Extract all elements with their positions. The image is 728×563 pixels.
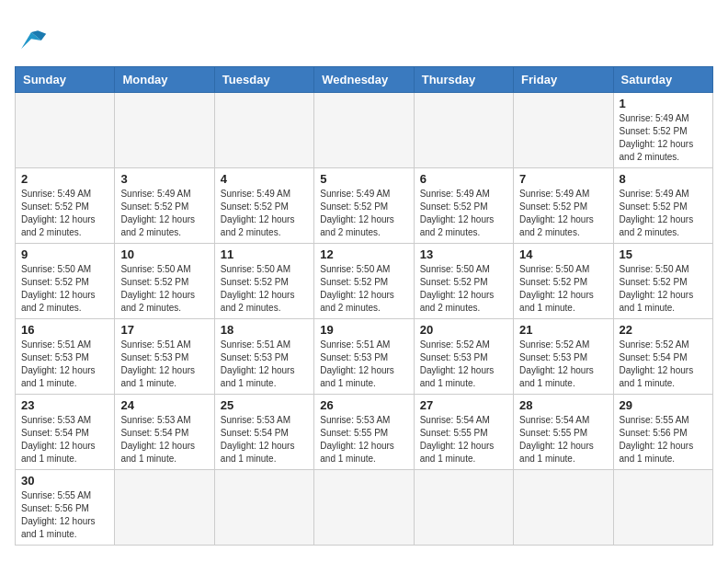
day-cell: 9Sunrise: 5:50 AM Sunset: 5:52 PM Daylig… bbox=[16, 244, 115, 319]
day-number: 29 bbox=[620, 398, 707, 412]
day-cell: 12Sunrise: 5:50 AM Sunset: 5:52 PM Dayli… bbox=[314, 244, 414, 319]
day-info: Sunrise: 5:50 AM Sunset: 5:52 PM Dayligh… bbox=[420, 263, 507, 315]
header-friday: Friday bbox=[514, 67, 613, 93]
day-cell bbox=[314, 93, 414, 168]
day-cell bbox=[214, 93, 313, 168]
day-number: 17 bbox=[120, 323, 208, 337]
day-cell: 20Sunrise: 5:52 AM Sunset: 5:53 PM Dayli… bbox=[414, 319, 513, 395]
day-number: 21 bbox=[519, 323, 607, 337]
day-info: Sunrise: 5:52 AM Sunset: 5:54 PM Dayligh… bbox=[620, 339, 707, 390]
day-number: 7 bbox=[519, 172, 607, 186]
day-cell bbox=[514, 470, 613, 546]
day-info: Sunrise: 5:49 AM Sunset: 5:52 PM Dayligh… bbox=[519, 188, 607, 239]
day-number: 26 bbox=[320, 398, 407, 412]
day-info: Sunrise: 5:55 AM Sunset: 5:56 PM Dayligh… bbox=[21, 489, 108, 541]
day-info: Sunrise: 5:50 AM Sunset: 5:52 PM Dayligh… bbox=[620, 263, 707, 315]
day-info: Sunrise: 5:51 AM Sunset: 5:53 PM Dayligh… bbox=[120, 339, 208, 390]
header-tuesday: Tuesday bbox=[214, 67, 313, 93]
day-number: 5 bbox=[320, 172, 407, 186]
day-info: Sunrise: 5:50 AM Sunset: 5:52 PM Dayligh… bbox=[519, 263, 607, 315]
day-cell: 8Sunrise: 5:49 AM Sunset: 5:52 PM Daylig… bbox=[613, 168, 712, 244]
day-number: 3 bbox=[120, 172, 208, 186]
day-info: Sunrise: 5:50 AM Sunset: 5:52 PM Dayligh… bbox=[320, 263, 407, 315]
day-headers: SundayMondayTuesdayWednesdayThursdayFrid… bbox=[16, 67, 713, 93]
day-cell bbox=[115, 470, 214, 546]
day-cell: 25Sunrise: 5:53 AM Sunset: 5:54 PM Dayli… bbox=[214, 395, 313, 470]
day-cell: 17Sunrise: 5:51 AM Sunset: 5:53 PM Dayli… bbox=[115, 319, 214, 395]
day-info: Sunrise: 5:49 AM Sunset: 5:52 PM Dayligh… bbox=[221, 188, 308, 239]
day-cell: 5Sunrise: 5:49 AM Sunset: 5:52 PM Daylig… bbox=[314, 168, 414, 244]
day-cell bbox=[414, 93, 513, 168]
day-cell: 21Sunrise: 5:52 AM Sunset: 5:53 PM Dayli… bbox=[514, 319, 613, 395]
day-number: 14 bbox=[519, 247, 607, 261]
day-info: Sunrise: 5:53 AM Sunset: 5:54 PM Dayligh… bbox=[21, 414, 108, 465]
day-cell: 29Sunrise: 5:55 AM Sunset: 5:56 PM Dayli… bbox=[613, 395, 712, 470]
day-cell: 19Sunrise: 5:51 AM Sunset: 5:53 PM Dayli… bbox=[314, 319, 414, 395]
day-info: Sunrise: 5:51 AM Sunset: 5:53 PM Dayligh… bbox=[221, 339, 308, 390]
day-cell bbox=[16, 93, 115, 168]
day-info: Sunrise: 5:52 AM Sunset: 5:53 PM Dayligh… bbox=[420, 339, 507, 390]
header-wednesday: Wednesday bbox=[314, 67, 414, 93]
day-number: 22 bbox=[620, 323, 707, 337]
day-cell: 23Sunrise: 5:53 AM Sunset: 5:54 PM Dayli… bbox=[16, 395, 115, 470]
day-info: Sunrise: 5:53 AM Sunset: 5:54 PM Dayligh… bbox=[221, 414, 308, 465]
day-cell bbox=[514, 93, 613, 168]
day-info: Sunrise: 5:52 AM Sunset: 5:53 PM Dayligh… bbox=[519, 339, 607, 390]
header bbox=[15, 15, 713, 57]
day-number: 12 bbox=[320, 247, 407, 261]
week-row-1: 2Sunrise: 5:49 AM Sunset: 5:52 PM Daylig… bbox=[16, 168, 713, 244]
day-cell bbox=[214, 470, 313, 546]
day-number: 27 bbox=[420, 398, 507, 412]
day-info: Sunrise: 5:53 AM Sunset: 5:55 PM Dayligh… bbox=[320, 414, 407, 465]
week-row-2: 9Sunrise: 5:50 AM Sunset: 5:52 PM Daylig… bbox=[16, 244, 713, 319]
header-saturday: Saturday bbox=[613, 67, 712, 93]
week-row-3: 16Sunrise: 5:51 AM Sunset: 5:53 PM Dayli… bbox=[16, 319, 713, 395]
day-info: Sunrise: 5:50 AM Sunset: 5:52 PM Dayligh… bbox=[120, 263, 208, 315]
logo-bird-icon bbox=[15, 24, 48, 57]
day-info: Sunrise: 5:53 AM Sunset: 5:54 PM Dayligh… bbox=[120, 414, 208, 465]
week-row-4: 23Sunrise: 5:53 AM Sunset: 5:54 PM Dayli… bbox=[16, 395, 713, 470]
day-number: 10 bbox=[120, 247, 208, 261]
week-row-0: 1Sunrise: 5:49 AM Sunset: 5:52 PM Daylig… bbox=[16, 93, 713, 168]
day-cell: 2Sunrise: 5:49 AM Sunset: 5:52 PM Daylig… bbox=[16, 168, 115, 244]
day-cell: 4Sunrise: 5:49 AM Sunset: 5:52 PM Daylig… bbox=[214, 168, 313, 244]
day-number: 1 bbox=[620, 97, 707, 110]
day-info: Sunrise: 5:49 AM Sunset: 5:52 PM Dayligh… bbox=[420, 188, 507, 239]
day-number: 19 bbox=[320, 323, 407, 337]
day-info: Sunrise: 5:51 AM Sunset: 5:53 PM Dayligh… bbox=[21, 339, 108, 390]
day-cell bbox=[414, 470, 513, 546]
day-number: 18 bbox=[221, 323, 308, 337]
day-info: Sunrise: 5:49 AM Sunset: 5:52 PM Dayligh… bbox=[120, 188, 208, 239]
day-info: Sunrise: 5:49 AM Sunset: 5:52 PM Dayligh… bbox=[21, 188, 108, 239]
day-info: Sunrise: 5:50 AM Sunset: 5:52 PM Dayligh… bbox=[221, 263, 308, 315]
day-cell: 24Sunrise: 5:53 AM Sunset: 5:54 PM Dayli… bbox=[115, 395, 214, 470]
day-cell: 16Sunrise: 5:51 AM Sunset: 5:53 PM Dayli… bbox=[16, 319, 115, 395]
day-info: Sunrise: 5:55 AM Sunset: 5:56 PM Dayligh… bbox=[620, 414, 707, 465]
day-info: Sunrise: 5:49 AM Sunset: 5:52 PM Dayligh… bbox=[620, 112, 707, 164]
calendar: SundayMondayTuesdayWednesdayThursdayFrid… bbox=[15, 66, 713, 546]
day-cell: 30Sunrise: 5:55 AM Sunset: 5:56 PM Dayli… bbox=[16, 470, 115, 546]
day-number: 8 bbox=[620, 172, 707, 186]
week-row-5: 30Sunrise: 5:55 AM Sunset: 5:56 PM Dayli… bbox=[16, 470, 713, 546]
day-number: 20 bbox=[420, 323, 507, 337]
day-cell bbox=[314, 470, 414, 546]
day-cell: 7Sunrise: 5:49 AM Sunset: 5:52 PM Daylig… bbox=[514, 168, 613, 244]
day-number: 24 bbox=[120, 398, 208, 412]
day-info: Sunrise: 5:51 AM Sunset: 5:53 PM Dayligh… bbox=[320, 339, 407, 390]
day-number: 16 bbox=[21, 323, 108, 337]
header-thursday: Thursday bbox=[414, 67, 513, 93]
day-cell: 28Sunrise: 5:54 AM Sunset: 5:55 PM Dayli… bbox=[514, 395, 613, 470]
day-cell: 15Sunrise: 5:50 AM Sunset: 5:52 PM Dayli… bbox=[613, 244, 712, 319]
day-cell: 1Sunrise: 5:49 AM Sunset: 5:52 PM Daylig… bbox=[613, 93, 712, 168]
day-info: Sunrise: 5:49 AM Sunset: 5:52 PM Dayligh… bbox=[620, 188, 707, 239]
day-number: 4 bbox=[221, 172, 308, 186]
day-number: 15 bbox=[620, 247, 707, 261]
day-number: 28 bbox=[519, 398, 607, 412]
day-cell: 26Sunrise: 5:53 AM Sunset: 5:55 PM Dayli… bbox=[314, 395, 414, 470]
day-cell: 22Sunrise: 5:52 AM Sunset: 5:54 PM Dayli… bbox=[613, 319, 712, 395]
day-number: 11 bbox=[221, 247, 308, 261]
day-cell: 6Sunrise: 5:49 AM Sunset: 5:52 PM Daylig… bbox=[414, 168, 513, 244]
day-cell bbox=[613, 470, 712, 546]
day-cell: 11Sunrise: 5:50 AM Sunset: 5:52 PM Dayli… bbox=[214, 244, 313, 319]
day-info: Sunrise: 5:54 AM Sunset: 5:55 PM Dayligh… bbox=[420, 414, 507, 465]
